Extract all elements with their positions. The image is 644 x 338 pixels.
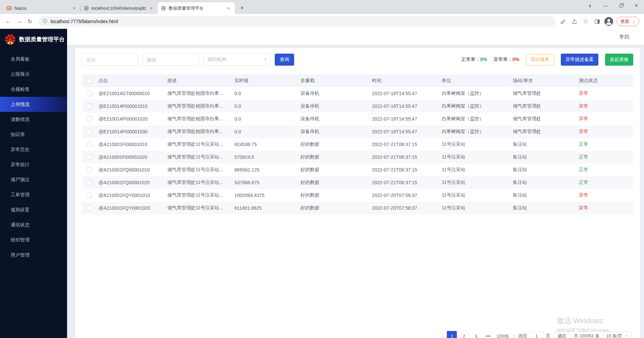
sidebar-item[interactable]: 组织管理 xyxy=(0,232,67,248)
page-button[interactable]: 3 xyxy=(471,331,481,338)
pagination: ‹ 1 2 3 ••• 10006 xyxy=(442,331,631,338)
select-all-checkbox[interactable] xyxy=(87,78,92,83)
screen: Nacos × localhost:10040/demo/psjdbc × xyxy=(0,0,644,338)
browser-tab[interactable]: localhost:10040/demo/psjdbc × xyxy=(80,2,158,14)
cell-station: 储气库管理处 xyxy=(513,116,579,122)
sidebar-item[interactable]: 异常历史 xyxy=(0,142,67,157)
row-checkbox[interactable] xyxy=(87,154,92,160)
sidebar-item-label: 僵尸测点 xyxy=(11,177,30,183)
page-button[interactable]: 10006 xyxy=(495,331,510,338)
forward-icon[interactable]: → xyxy=(14,16,24,26)
table-row[interactable]: @E210014GT00000010 储气库管理处相国寺白果... 0.0 设备… xyxy=(82,87,633,100)
chevron-down-icon: ▼ xyxy=(264,58,267,61)
cell-point: @A210001FQY0001010 xyxy=(99,193,167,198)
sidebar-item[interactable]: 知识库 xyxy=(0,127,67,142)
table-row[interactable]: @A210001FI00001020 储气库管理处11号注采站... 57092… xyxy=(82,151,633,163)
sidebar-item[interactable]: 公报展示 xyxy=(0,67,67,82)
cell-quality: 好的数据 xyxy=(301,180,372,186)
cell-value: 1002093.4375 xyxy=(234,193,301,198)
cell-time: 2022-07-18T14:55:47 xyxy=(372,104,442,109)
next-page-icon[interactable]: › xyxy=(513,333,515,338)
abnormal-record-button[interactable]: 异常描述备案 xyxy=(561,54,598,66)
user-name[interactable]: 李四 xyxy=(619,34,629,40)
page-button[interactable]: 1 xyxy=(447,331,457,338)
row-checkbox[interactable] xyxy=(87,116,92,122)
sidebar-item[interactable]: 异常统计 xyxy=(0,157,67,172)
tab-close-icon[interactable]: × xyxy=(71,5,77,11)
table-row[interactable]: @A210001FQ00001010 储气库管理处11号注采站... 86556… xyxy=(82,163,633,176)
browser-tab[interactable]: 数据质量管理平台 × xyxy=(158,2,235,14)
tab-close-icon[interactable]: × xyxy=(225,5,231,11)
page-button[interactable]: ••• xyxy=(483,331,493,338)
chrome-update-button[interactable]: 更新 ⋮ xyxy=(616,17,639,26)
search-button[interactable]: 查询 xyxy=(275,54,294,66)
prev-page-icon[interactable]: ‹ xyxy=(442,333,443,338)
cell-value: 0.0 xyxy=(234,116,301,122)
cell-desc: 储气库管理处11号注采站... xyxy=(167,167,234,173)
table-row[interactable]: @E210014PI00001030 储气库管理处相国寺白果... 0.0 设备… xyxy=(82,125,633,138)
cell-point: @A210001FI00001010 xyxy=(99,142,167,147)
row-checkbox[interactable] xyxy=(87,91,92,96)
row-checkbox[interactable] xyxy=(87,205,92,211)
sidebar-item[interactable]: 全局看板 xyxy=(0,52,67,67)
cell-unit: 11号注采站 xyxy=(442,180,513,186)
export-report-button[interactable]: 导出报表 xyxy=(526,54,554,65)
table-row[interactable]: @A210001FQY0001020 储气库管理处11号注采站... 61140… xyxy=(82,202,633,214)
col-unit: 单位 xyxy=(442,78,513,84)
col-status: 测点状态 xyxy=(579,78,633,84)
tab-close-icon[interactable]: × xyxy=(148,5,154,11)
sidebar-item[interactable]: 规则设置 xyxy=(0,202,67,217)
new-tab-button[interactable]: + xyxy=(237,3,247,13)
share-icon[interactable] xyxy=(570,17,578,25)
sidebar-item[interactable]: 合规检查 xyxy=(0,82,67,97)
reload-icon[interactable]: ↻ xyxy=(25,16,35,26)
sidebar-item[interactable]: 读数情况 xyxy=(0,112,67,127)
row-checkbox[interactable] xyxy=(87,193,92,198)
table-row[interactable]: @E210014PI00001020 储气库管理处相国寺白果... 0.0 设备… xyxy=(82,113,633,125)
desc-filter-input[interactable] xyxy=(143,54,199,66)
url-bar[interactable]: ⓘ localhost:7775/falarm/index.html xyxy=(38,16,555,26)
org-select[interactable]: 组织机构 ▼ xyxy=(203,54,270,66)
page-button[interactable]: 2 xyxy=(459,331,469,338)
restore-button[interactable] xyxy=(613,0,629,11)
row-checkbox[interactable] xyxy=(87,104,92,109)
bookmark-star-icon[interactable]: ☆ xyxy=(582,17,590,25)
jump-page-input[interactable] xyxy=(530,331,544,338)
profile-avatar[interactable] xyxy=(604,17,613,26)
start-inspection-button[interactable]: 发起查验 xyxy=(605,54,633,66)
cell-time: 2022-07-21T06:37:15 xyxy=(372,154,442,160)
table-row[interactable]: @A210001FI00001010 储气库管理处11号注采站... 82453… xyxy=(82,138,633,151)
sidebar-item[interactable]: 工单管理 xyxy=(0,187,67,202)
tab-search-icon[interactable]: ∨ xyxy=(582,0,598,11)
row-checkbox[interactable] xyxy=(87,129,92,134)
minimize-button[interactable]: — xyxy=(598,0,613,11)
point-filter-input[interactable] xyxy=(82,54,138,66)
sidebar-item[interactable]: 用户管理 xyxy=(0,248,67,263)
filter-right: 正常率：0% 异常率：0% 导出报表 异常描述备案 发起查验 xyxy=(462,54,633,66)
password-key-icon[interactable] xyxy=(559,17,567,25)
sidebar-item[interactable]: 僵尸测点 xyxy=(0,172,67,187)
page-size-select[interactable]: 10 条/页 ▼ xyxy=(603,331,631,338)
side-panel-icon[interactable] xyxy=(593,17,601,25)
back-icon[interactable]: ← xyxy=(3,16,13,26)
row-checkbox[interactable] xyxy=(87,167,92,173)
col-time: 时间 xyxy=(372,78,442,84)
main-area: 李四 组织机构 ▼ 查询 正常率：0% xyxy=(67,29,644,338)
jump-confirm-button[interactable]: 确定 xyxy=(554,331,571,338)
cell-point: @A210001FQ00001020 xyxy=(99,180,167,185)
row-checkbox[interactable] xyxy=(87,180,92,185)
page-suffix: 页 xyxy=(546,333,550,338)
sidebar-item[interactable]: 通讯状态 xyxy=(0,217,67,232)
row-checkbox[interactable] xyxy=(87,142,92,147)
sidebar-item[interactable]: 上传情况 xyxy=(0,97,67,112)
table-row[interactable]: @A210001FQ00001020 储气库管理处11号注采站... 53798… xyxy=(82,176,633,189)
chrome-menu-icon[interactable]: ⋮ xyxy=(632,19,636,24)
normal-rate: 正常率：0% xyxy=(462,57,487,63)
cell-point: @E210014PI00001030 xyxy=(99,129,167,134)
url-text[interactable]: localhost:7775/falarm/index.html xyxy=(51,19,118,24)
browser-tab[interactable]: Nacos × xyxy=(3,2,80,14)
site-info-icon[interactable]: ⓘ xyxy=(43,18,47,24)
close-button[interactable]: × xyxy=(629,0,644,11)
table-row[interactable]: @A210001FQY0001010 储气库管理处11号注采站... 10020… xyxy=(82,189,633,202)
table-row[interactable]: @E210014PI00001010 储气库管理处相国寺白果... 0.0 设备… xyxy=(82,100,633,113)
